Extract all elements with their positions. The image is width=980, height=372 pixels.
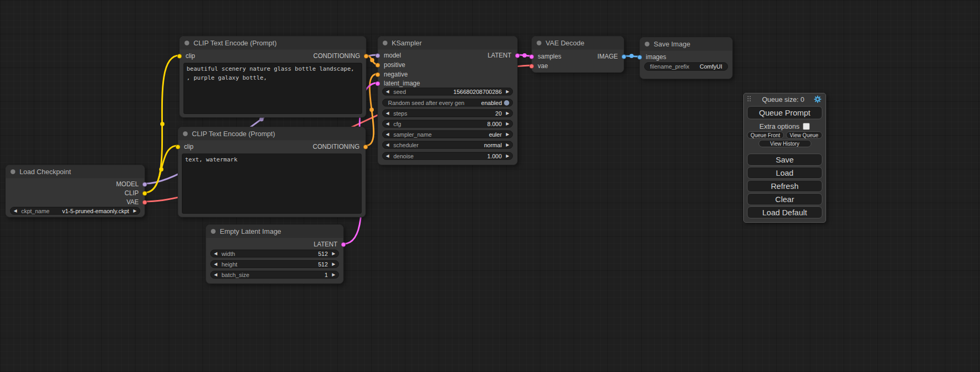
save-button[interactable]: Save <box>747 154 822 166</box>
conditioning-port-icon[interactable] <box>375 72 380 77</box>
filename-prefix-widget[interactable]: filename_prefix ComfyUI <box>644 62 728 71</box>
load-button[interactable]: Load <box>747 167 822 179</box>
prev-arrow-icon[interactable]: ◀ <box>386 132 389 137</box>
collapse-toggle-icon[interactable] <box>185 41 189 45</box>
width-widget[interactable]: ◀ width 512 ▶ <box>210 250 339 257</box>
latent-port-icon[interactable] <box>341 242 346 247</box>
collapse-toggle-icon[interactable] <box>645 42 649 46</box>
conditioning-port-icon[interactable] <box>375 63 380 68</box>
latent-port-icon[interactable] <box>375 81 380 86</box>
node-title: Load Checkpoint <box>20 168 71 176</box>
clip-port-icon[interactable] <box>142 191 147 196</box>
node-save-image[interactable]: Save Image images filename_prefix ComfyU… <box>639 37 733 79</box>
height-widget[interactable]: ◀ height 512 ▶ <box>210 260 339 268</box>
widget-label: sampler_name <box>393 131 432 138</box>
node-ksampler-titlebar[interactable]: KSampler <box>378 36 517 50</box>
next-arrow-icon[interactable]: ▶ <box>332 262 335 266</box>
prev-arrow-icon[interactable]: ◀ <box>14 209 17 213</box>
extra-options-label: Extra options <box>760 122 800 130</box>
node-clip-text-encode-negative[interactable]: CLIP Text Encode (Prompt) clip CONDITION… <box>178 127 366 217</box>
vae-port-icon[interactable] <box>142 200 147 205</box>
extra-options-checkbox[interactable] <box>803 123 810 130</box>
prev-arrow-icon[interactable]: ◀ <box>386 122 389 126</box>
node-title: CLIP Text Encode (Prompt) <box>193 39 277 47</box>
prev-arrow-icon[interactable]: ◀ <box>386 111 389 116</box>
positive-prompt-textarea[interactable]: beautiful scenery nature glass bottle la… <box>183 63 362 114</box>
batch-size-widget[interactable]: ◀ batch_size 1 ▶ <box>210 271 339 279</box>
prev-arrow-icon[interactable]: ◀ <box>214 252 217 256</box>
queue-prompt-button[interactable]: Queue Prompt <box>747 106 822 119</box>
model-port-icon[interactable] <box>142 182 147 187</box>
cfg-widget[interactable]: ◀ cfg 8.000 ▶ <box>382 120 513 128</box>
next-arrow-icon[interactable]: ▶ <box>506 132 509 137</box>
toggle-knob-icon[interactable] <box>504 100 509 106</box>
conditioning-port-icon[interactable] <box>364 54 368 59</box>
next-arrow-icon[interactable]: ▶ <box>332 252 335 256</box>
prev-arrow-icon[interactable]: ◀ <box>386 143 389 147</box>
next-arrow-icon[interactable]: ▶ <box>506 143 509 147</box>
widget-label: scheduler <box>393 142 419 148</box>
node-load-checkpoint-titlebar[interactable]: Load Checkpoint <box>6 165 144 178</box>
node-vae-decode-titlebar[interactable]: VAE Decode <box>532 36 624 50</box>
node-clip-text-encode-positive[interactable]: CLIP Text Encode (Prompt) clip CONDITION… <box>179 36 366 118</box>
conditioning-port-icon[interactable] <box>363 145 368 149</box>
next-arrow-icon[interactable]: ▶ <box>506 154 509 158</box>
widget-label: steps <box>393 110 407 117</box>
collapse-toggle-icon[interactable] <box>383 41 387 45</box>
collapse-toggle-icon[interactable] <box>537 41 541 45</box>
node-clip-positive-titlebar[interactable]: CLIP Text Encode (Prompt) <box>180 36 366 50</box>
next-arrow-icon[interactable]: ▶ <box>506 90 509 94</box>
node-vae-decode[interactable]: VAE Decode samples vae IMAGE <box>531 36 624 73</box>
negative-prompt-textarea[interactable]: text, watermark <box>182 154 362 214</box>
collapse-toggle-icon[interactable] <box>183 131 188 136</box>
collapse-toggle-icon[interactable] <box>11 169 15 174</box>
seed-widget[interactable]: ◀ seed 156680208700286 ▶ <box>382 88 513 96</box>
slot-label-clip: CLIP <box>124 189 139 197</box>
prev-arrow-icon[interactable]: ◀ <box>386 154 389 158</box>
next-arrow-icon[interactable]: ▶ <box>133 209 137 213</box>
next-arrow-icon[interactable]: ▶ <box>506 111 509 116</box>
prev-arrow-icon[interactable]: ◀ <box>214 273 217 277</box>
input-slot-samples: samples <box>529 52 561 61</box>
denoise-widget[interactable]: ◀ denoise 1.000 ▶ <box>382 152 513 160</box>
next-arrow-icon[interactable]: ▶ <box>506 122 509 126</box>
input-slot-positive: positive <box>375 61 405 69</box>
ckpt-name-widget[interactable]: ◀ ckpt_name v1-5-pruned-emaonly.ckpt ▶ <box>10 207 140 215</box>
image-port-icon[interactable] <box>622 54 626 59</box>
node-clip-negative-titlebar[interactable]: CLIP Text Encode (Prompt) <box>178 127 365 140</box>
slot-label-conditioning: CONDITIONING <box>313 52 360 60</box>
prev-arrow-icon[interactable]: ◀ <box>214 262 217 266</box>
clip-port-icon[interactable] <box>177 54 182 59</box>
latent-port-icon[interactable] <box>515 53 520 58</box>
widget-label: height <box>221 261 237 268</box>
scheduler-widget[interactable]: ◀ scheduler normal ▶ <box>382 141 513 149</box>
random-seed-toggle-widget[interactable]: Random seed after every gen enabled <box>382 99 513 107</box>
widget-label: batch_size <box>221 272 249 278</box>
sampler-name-widget[interactable]: ◀ sampler_name euler ▶ <box>382 130 513 138</box>
refresh-button[interactable]: Refresh <box>747 180 822 192</box>
node-ksampler[interactable]: KSampler model positive negative latent_… <box>377 36 518 165</box>
prev-arrow-icon[interactable]: ◀ <box>386 90 389 94</box>
next-arrow-icon[interactable]: ▶ <box>332 273 335 277</box>
drag-handle-icon[interactable] <box>748 96 752 102</box>
load-default-button[interactable]: Load Default <box>747 206 822 218</box>
link-midpoint-dot <box>629 54 634 58</box>
clear-button[interactable]: Clear <box>747 193 822 205</box>
steps-widget[interactable]: ◀ steps 20 ▶ <box>382 109 513 117</box>
node-empty-latent-image[interactable]: Empty Latent Image LATENT ◀ width 512 ▶ … <box>206 224 344 284</box>
node-empty-latent-titlebar[interactable]: Empty Latent Image <box>206 225 343 238</box>
model-port-icon[interactable] <box>375 53 380 58</box>
node-save-image-titlebar[interactable]: Save Image <box>640 37 732 51</box>
view-queue-button[interactable]: View Queue <box>786 131 823 139</box>
vae-port-icon[interactable] <box>529 64 534 69</box>
collapse-toggle-icon[interactable] <box>211 229 216 234</box>
link-midpoint-dot <box>522 53 527 58</box>
node-load-checkpoint[interactable]: Load Checkpoint MODEL CLIP VAE ◀ ckpt_na… <box>5 165 145 217</box>
latent-port-icon[interactable] <box>529 54 534 59</box>
comfyui-canvas[interactable]: { "colors": { "model": "#B39DDB", "clip"… <box>0 0 980 372</box>
settings-gear-icon[interactable] <box>813 95 822 103</box>
view-history-button[interactable]: View History <box>759 140 811 147</box>
clip-port-icon[interactable] <box>176 145 180 149</box>
queue-front-button[interactable]: Queue Front <box>747 131 784 139</box>
image-port-icon[interactable] <box>637 55 642 60</box>
